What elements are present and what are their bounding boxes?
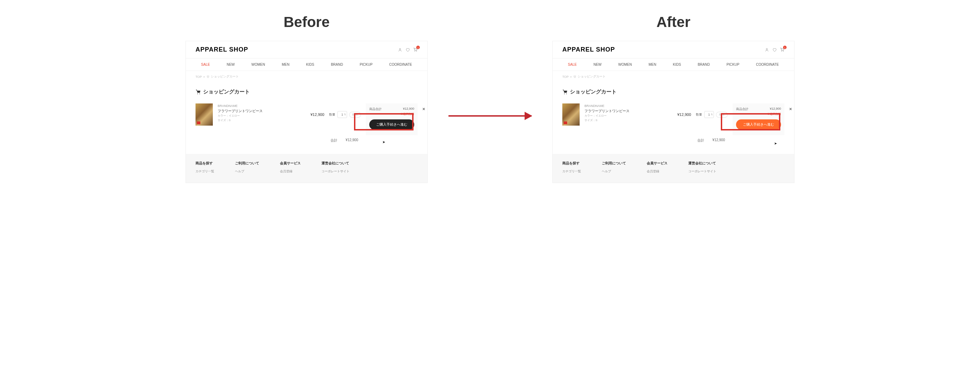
nav-brand[interactable]: BRAND <box>331 63 343 67</box>
svg-point-6 <box>199 94 200 94</box>
nav-pickup[interactable]: PICKUP <box>360 63 372 67</box>
nav-brand[interactable]: BRAND <box>698 63 710 67</box>
nav-coordinate[interactable]: COORDINATE <box>389 63 412 67</box>
user-icon[interactable] <box>765 48 769 52</box>
svg-point-1 <box>415 51 415 51</box>
footer: 商品を探すカテゴリ一覧 ご利用についてヘルプ 会員サービス会員登録 運営会社につ… <box>553 154 794 183</box>
close-icon[interactable]: ✕ <box>422 107 425 111</box>
nav-kids[interactable]: KIDS <box>306 63 314 67</box>
svg-point-7 <box>766 48 768 50</box>
item-name[interactable]: フラワープリントワンピース <box>218 108 305 114</box>
footer-h-3: 運営会社について <box>321 161 350 166</box>
svg-point-4 <box>208 78 209 78</box>
delete-button[interactable]: 削除 <box>716 112 728 118</box>
totals-label: 合計 <box>697 138 704 143</box>
footer-h-3: 運営会社について <box>688 161 716 166</box>
svg-point-11 <box>576 78 576 78</box>
footer-link-2[interactable]: 会員登録 <box>280 169 301 174</box>
footer-h-2: 会員サービス <box>280 161 301 166</box>
before-label: Before <box>186 14 428 30</box>
item-size: サイズ：S <box>584 118 672 123</box>
before-panel: APPAREL SHOP 1 SALE NEW WOMEN MEN KIDS B… <box>186 41 428 183</box>
free-shipping-note: ※送料無料 <box>736 112 781 116</box>
totals-value: ¥12,900 <box>713 138 725 143</box>
item-name[interactable]: フラワープリントワンピース <box>584 108 672 114</box>
qty-input[interactable]: 1 <box>704 111 714 118</box>
item-brand: BRANDNAME <box>218 103 305 108</box>
cursor-icon: ➤ <box>774 142 777 145</box>
nav-coordinate[interactable]: COORDINATE <box>756 63 779 67</box>
item-price: ¥12,900 <box>677 113 691 116</box>
svg-point-8 <box>781 51 782 51</box>
footer-link-1[interactable]: ヘルプ <box>602 169 626 174</box>
nav-men[interactable]: MEN <box>282 63 289 67</box>
footer-h-1: ご利用について <box>602 161 626 166</box>
footer-link-3[interactable]: コーポレートサイト <box>321 169 350 174</box>
breadcrumb: TOP » ショッピングカート <box>186 71 427 82</box>
item-size: サイズ：S <box>218 118 305 123</box>
item-color: カラー：イエロー <box>584 114 672 118</box>
footer-link-2[interactable]: 会員登録 <box>647 169 668 174</box>
footer-link-0[interactable]: カテゴリ一覧 <box>562 169 581 174</box>
svg-point-2 <box>416 51 417 51</box>
footer-link-1[interactable]: ヘルプ <box>235 169 259 174</box>
after-panel: APPAREL SHOP 1 SALE NEW WOMEN MEN KIDS B… <box>552 41 794 183</box>
breadcrumb-top[interactable]: TOP <box>562 75 568 78</box>
item-brand: BRANDNAME <box>584 103 672 108</box>
heart-icon[interactable] <box>406 48 410 52</box>
product-thumbnail[interactable] <box>196 103 213 126</box>
nav-women[interactable]: WOMEN <box>251 63 265 67</box>
summary-value: ¥12,900 <box>770 107 781 111</box>
summary-value: ¥12,900 <box>403 107 414 111</box>
nav-kids[interactable]: KIDS <box>673 63 681 67</box>
svg-point-5 <box>197 94 198 94</box>
svg-point-13 <box>566 94 567 94</box>
footer-h-1: ご利用について <box>235 161 259 166</box>
breadcrumb-current: ショッピングカート <box>211 75 239 79</box>
cart-icon[interactable]: 1 <box>780 48 784 52</box>
nav-men[interactable]: MEN <box>649 63 656 67</box>
svg-point-10 <box>574 78 574 78</box>
cart-icon[interactable]: 1 <box>413 48 418 52</box>
close-icon[interactable]: ✕ <box>789 107 792 111</box>
nav-sale[interactable]: SALE <box>201 63 210 67</box>
footer-h-2: 会員サービス <box>647 161 668 166</box>
footer-link-0[interactable]: カテゴリ一覧 <box>196 169 214 174</box>
nav-new[interactable]: NEW <box>593 63 601 67</box>
cart-badge: 1 <box>416 46 420 49</box>
checkout-button[interactable]: ご購入手続きへ進む <box>369 119 414 130</box>
shop-logo[interactable]: APPAREL SHOP <box>196 46 248 53</box>
footer-link-3[interactable]: コーポレートサイト <box>688 169 716 174</box>
nav-sale[interactable]: SALE <box>568 63 577 67</box>
breadcrumb: TOP » ショッピングカート <box>553 71 794 82</box>
breadcrumb-top[interactable]: TOP <box>196 75 202 78</box>
cursor-icon: ➤ <box>382 140 385 144</box>
nav-pickup[interactable]: PICKUP <box>726 63 739 67</box>
footer: 商品を探すカテゴリ一覧 ご利用についてヘルプ 会員サービス会員登録 運営会社につ… <box>186 154 427 183</box>
cart-icon-small <box>573 75 576 78</box>
heart-icon[interactable] <box>772 48 776 52</box>
product-thumbnail[interactable] <box>562 103 580 126</box>
user-icon[interactable] <box>398 48 402 52</box>
checkout-button[interactable]: ご購入手続きへ進む <box>736 119 781 130</box>
qty-label: 数量 <box>329 113 335 117</box>
nav-women[interactable]: WOMEN <box>618 63 632 67</box>
comparison-arrow <box>449 115 531 116</box>
page-title: ショッピングカート <box>186 82 427 100</box>
footer-h-0: 商品を探す <box>562 161 581 166</box>
delete-button[interactable]: 削除 <box>349 112 361 118</box>
totals-label: 合計 <box>331 138 337 143</box>
qty-input[interactable]: 1 <box>337 111 347 118</box>
item-price: ¥12,900 <box>310 113 324 116</box>
svg-point-9 <box>783 51 783 51</box>
svg-point-12 <box>564 94 565 94</box>
item-color: カラー：イエロー <box>218 114 305 118</box>
svg-point-3 <box>207 78 208 78</box>
breadcrumb-current: ショッピングカート <box>578 75 606 79</box>
summary-box: ✕ 商品合計 ¥12,900 ※送料無料 ご購入手続きへ進む <box>733 103 784 135</box>
cart-icon-small <box>206 75 209 78</box>
after-label: After <box>552 14 794 30</box>
shop-logo[interactable]: APPAREL SHOP <box>562 46 615 53</box>
nav-new[interactable]: NEW <box>227 63 235 67</box>
summary-label: 商品合計 <box>369 107 382 111</box>
